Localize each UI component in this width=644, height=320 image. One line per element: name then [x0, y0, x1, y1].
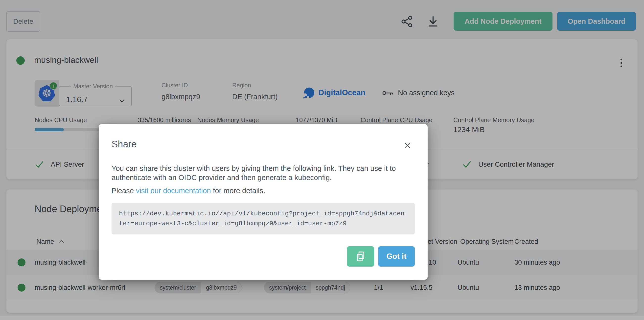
cluster-details-page: Delete Add Node Deployment Open Dashboar… [0, 0, 644, 320]
dialog-body-text: You can share this cluster with users by… [112, 164, 418, 182]
link-suffix: for more details. [211, 186, 265, 194]
documentation-link[interactable]: visit our documentation [136, 186, 211, 194]
dialog-title: Share [112, 139, 136, 150]
share-dialog: Share You can share this cluster with us… [99, 124, 428, 280]
share-url[interactable]: https://dev.kubermatic.io//api/v1/kubeco… [112, 203, 415, 234]
copy-icon [356, 251, 366, 262]
dialog-actions: Got it [347, 246, 415, 266]
copy-url-button[interactable] [347, 246, 374, 266]
got-it-button[interactable]: Got it [378, 246, 415, 266]
please-prefix: Please [112, 186, 136, 194]
close-icon[interactable] [402, 140, 413, 151]
dialog-docs-line: Please visit our documentation for more … [112, 186, 418, 195]
